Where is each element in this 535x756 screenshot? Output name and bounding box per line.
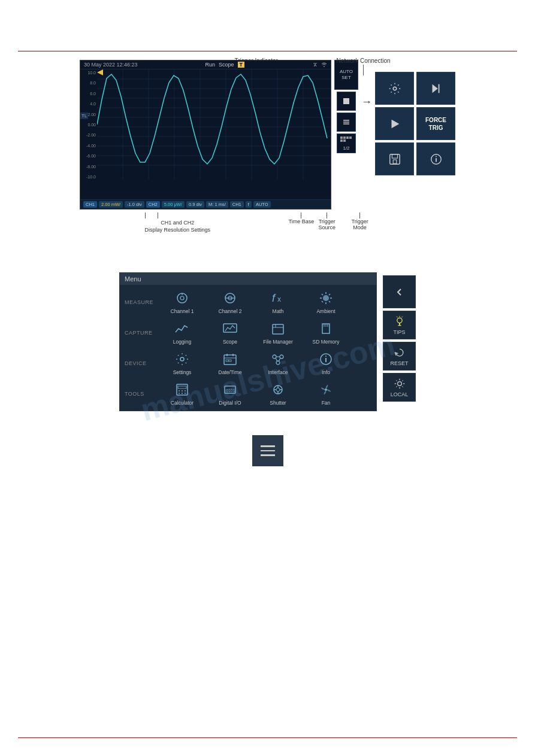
channel2-item[interactable]: Channel 2: [208, 290, 252, 314]
wifi-icon: [321, 62, 327, 68]
tips-button[interactable]: TIPS: [383, 311, 416, 339]
reset-label: RESET: [390, 360, 408, 366]
local-label: LOCAL: [391, 391, 409, 397]
gear-button[interactable]: [375, 72, 414, 105]
sd-memory-item[interactable]: SD Memory: [304, 320, 347, 345]
svg-point-84: [179, 393, 180, 394]
skip-forward-button[interactable]: [416, 72, 455, 105]
svg-point-47: [323, 295, 329, 301]
file-manager-item[interactable]: File Manager: [256, 320, 300, 345]
grid-icon: [340, 136, 353, 144]
hamburger-line-2: [261, 450, 275, 452]
tools-label: TOOLS: [125, 391, 161, 397]
calculator-item[interactable]: Calculator: [161, 381, 204, 406]
device-label: DEVICE: [125, 360, 161, 366]
force-trig-button[interactable]: FORCETRIG: [416, 107, 455, 140]
logging-item[interactable]: Logging: [161, 320, 204, 345]
scope-y-axis: 10.0 8.0 6.0 4.0 2.00 0.00 -2.00 -4.00 -…: [80, 69, 97, 180]
svg-marker-30: [432, 84, 437, 93]
svg-line-100: [401, 316, 403, 317]
capture-label: CAPTURE: [125, 330, 161, 336]
hamburger-button[interactable]: [252, 435, 283, 466]
menu-right-panel: TIPS RESET: [383, 275, 416, 402]
trigger-mode-annotation: TriggerMode: [352, 212, 368, 230]
scope-menu-label: Scope: [223, 339, 237, 345]
svg-point-81: [179, 390, 180, 391]
scope-item[interactable]: Scope: [208, 320, 252, 345]
skip-forward-icon: [430, 82, 443, 95]
math-item[interactable]: f x Math: [256, 290, 300, 314]
ambient-item[interactable]: Ambient: [304, 290, 347, 314]
svg-point-82: [182, 390, 183, 391]
play-icon: [388, 117, 401, 130]
menu-title: Menu: [120, 273, 376, 285]
ch1-tag[interactable]: CH1: [83, 201, 97, 208]
list-icon: [342, 118, 350, 126]
svg-rect-25: [346, 136, 349, 139]
shutter-item[interactable]: Shutter: [256, 381, 300, 406]
scope-scope: Scope: [219, 62, 234, 68]
play-button[interactable]: [375, 107, 414, 140]
svg-rect-34: [392, 154, 397, 157]
info-button[interactable]: [416, 142, 455, 175]
capture-row: CAPTURE Logging: [125, 320, 371, 345]
interface-item[interactable]: Interface: [256, 351, 300, 375]
fan-icon: [316, 381, 335, 398]
file-manager-icon: [268, 320, 288, 337]
svg-point-78: [325, 356, 327, 357]
trigger-source-value: CH1: [230, 201, 244, 208]
measure-label: MEASURE: [125, 299, 161, 305]
stop-button[interactable]: [337, 92, 356, 111]
svg-point-63: [180, 357, 184, 361]
svg-point-72: [276, 361, 280, 365]
svg-point-38: [436, 156, 437, 157]
info-menu-item[interactable]: Info: [304, 351, 347, 375]
info-menu-icon: [316, 351, 335, 368]
interface-icon: [268, 351, 288, 368]
svg-line-110: [402, 380, 403, 381]
svg-rect-27: [340, 139, 343, 142]
trigger-mode-value[interactable]: AUTO: [253, 201, 271, 208]
page-number: 1/2: [339, 145, 353, 151]
ch1-scale: 2.00 mW/: [99, 201, 123, 208]
shutter-icon: [268, 381, 288, 398]
svg-line-99: [397, 316, 398, 317]
save-button[interactable]: [375, 142, 414, 175]
sd-memory-icon: [316, 320, 335, 337]
ch1-offset: -1.0 div: [125, 201, 144, 208]
logging-icon: [173, 320, 192, 337]
interface-label: Interface: [268, 369, 288, 375]
svg-rect-19: [343, 98, 349, 104]
back-icon: [394, 287, 405, 297]
digital-io-label: Digital I/O: [219, 400, 241, 406]
scope-header: 30 May 2022 12:46:23 Run Scope T: [80, 60, 331, 69]
datetime-item[interactable]: Date/Time: [208, 351, 252, 375]
network-connection-label: Network Connection: [337, 57, 391, 75]
hamburger-line-3: [261, 454, 275, 456]
save-icon: [388, 153, 401, 166]
scope-section: Trigger Indicator Network Connection 30 …: [18, 57, 517, 248]
ch1-ch2-annotation: CH1 and CH2Display Resolution Settings: [145, 212, 211, 233]
fan-item[interactable]: Fan: [304, 381, 347, 406]
back-button[interactable]: [383, 275, 416, 308]
shutter-label: Shutter: [270, 400, 286, 406]
datetime-icon: [220, 351, 240, 368]
tools-row: TOOLS: [125, 381, 371, 406]
settings-item[interactable]: Settings: [161, 351, 204, 375]
hamburger-line-1: [261, 445, 275, 447]
scope-datetime: 30 May 2022 12:46:23: [84, 62, 138, 68]
local-icon: [394, 378, 406, 390]
digital-io-item[interactable]: 0101 Digital I/O: [208, 381, 252, 406]
svg-point-29: [393, 87, 397, 90]
local-button[interactable]: LOCAL: [383, 373, 416, 402]
svg-rect-28: [343, 139, 346, 142]
svg-line-54: [329, 294, 330, 295]
channel1-icon: [173, 290, 192, 306]
ch2-offset: 0.9 div: [186, 201, 204, 208]
logging-label: Logging: [173, 339, 191, 345]
ch2-tag[interactable]: CH2: [146, 201, 160, 208]
channel1-item[interactable]: Channel 1: [161, 290, 204, 314]
list-button[interactable]: [337, 113, 356, 132]
reset-button[interactable]: RESET: [383, 342, 416, 371]
svg-rect-23: [340, 136, 343, 139]
